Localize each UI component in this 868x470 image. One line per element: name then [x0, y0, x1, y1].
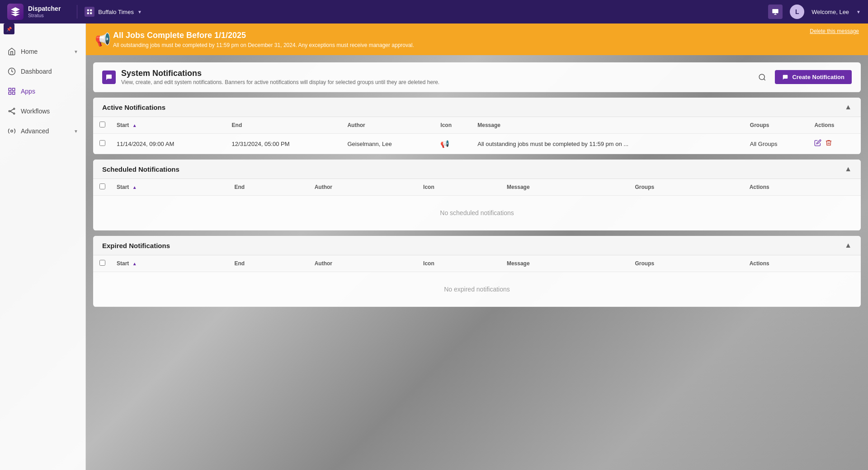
notifications-icon-btn[interactable]	[768, 5, 783, 19]
delete-message-link[interactable]: Delete this message	[810, 28, 859, 34]
active-select-all-col	[93, 117, 111, 134]
scheduled-empty-text: No scheduled notifications	[93, 196, 861, 230]
svg-line-17	[764, 79, 765, 80]
active-author-col: Author	[342, 117, 435, 134]
sidebar-pin-icon: 📌	[4, 24, 14, 34]
exp-start-col[interactable]: Start ▲	[111, 255, 229, 272]
start-sort-icon: ▲	[132, 123, 137, 128]
row-message: All outstanding jobs must be completed b…	[472, 134, 745, 154]
svg-point-12	[14, 113, 15, 114]
expired-section-title: Expired Notifications	[102, 242, 170, 249]
org-selector[interactable]: Buffalo Times ▼	[85, 7, 142, 17]
panel-chat-icon	[102, 70, 116, 84]
exp-message-col: Message	[501, 255, 630, 272]
svg-rect-4	[773, 9, 778, 13]
svg-line-13	[10, 109, 14, 112]
notification-banner: 📢 All Jobs Complete Before 1/1/2025 All …	[86, 24, 868, 55]
sidebar-item-label: Workflows	[21, 108, 50, 115]
sched-actions-col: Actions	[744, 179, 861, 196]
sched-end-col: End	[229, 179, 309, 196]
create-notif-label: Create Notification	[792, 74, 844, 80]
exp-actions-col: Actions	[744, 255, 861, 272]
exp-end-col: End	[229, 255, 309, 272]
active-table-header: Start ▲ End Author Icon Message Groups A…	[93, 117, 861, 134]
exp-author-col: Author	[309, 255, 418, 272]
expired-table-body: No expired notifications	[93, 272, 861, 307]
svg-point-11	[14, 108, 15, 109]
advanced-icon	[7, 127, 16, 136]
active-collapse-icon[interactable]: ▲	[844, 103, 852, 111]
sidebar-item-advanced[interactable]: Advanced ▼	[0, 121, 85, 141]
svg-point-10	[9, 111, 10, 112]
scheduled-section-header: Scheduled Notifications ▲	[93, 160, 861, 179]
expired-collapse-icon[interactable]: ▲	[844, 241, 852, 249]
panel-title-text: System Notifications View, create, and e…	[121, 69, 439, 85]
sidebar-item-home[interactable]: Home ▼	[0, 42, 85, 61]
scheduled-table-header: Start ▲ End Author Icon Message Groups A…	[93, 179, 861, 196]
sidebar-item-dashboard[interactable]: Dashboard	[0, 61, 85, 81]
navbar-divider	[77, 5, 77, 19]
brand-sub: Stratus	[28, 13, 61, 19]
sched-icon-col: Icon	[418, 179, 501, 196]
active-notifications-table: Start ▲ End Author Icon Message Groups A…	[93, 117, 861, 154]
sidebar-item-label: Home	[21, 48, 38, 55]
exp-groups-col: Groups	[630, 255, 744, 272]
row-icon: 📢	[435, 134, 472, 154]
brand-name: Dispatcher	[28, 5, 61, 13]
row-groups: All Groups	[745, 134, 809, 154]
sidebar-item-label: Advanced	[21, 127, 49, 135]
panel-actions: Create Notification	[755, 70, 852, 85]
svg-point-15	[11, 130, 13, 132]
row-checkbox[interactable]	[99, 140, 105, 146]
home-icon	[7, 47, 16, 56]
workflows-icon	[7, 107, 16, 116]
sidebar-item-label: Apps	[21, 88, 35, 95]
svg-rect-7	[13, 88, 15, 90]
scheduled-collapse-icon[interactable]: ▲	[844, 165, 852, 173]
main-content: 📢 All Jobs Complete Before 1/1/2025 All …	[86, 24, 868, 470]
banner-description: All outstanding jobs must be completed b…	[113, 42, 859, 48]
scheduled-select-all-checkbox[interactable]	[99, 183, 105, 189]
table-row: 11/14/2024, 09:00 AM 12/31/2024, 05:00 P…	[93, 134, 861, 154]
delete-button[interactable]	[825, 139, 832, 148]
active-groups-col: Groups	[745, 117, 809, 134]
panel-title: System Notifications	[121, 69, 439, 78]
exp-select-all-col	[93, 255, 111, 272]
svg-rect-3	[90, 12, 92, 14]
edit-button[interactable]	[814, 139, 821, 148]
sched-start-col[interactable]: Start ▲	[111, 179, 229, 196]
apps-icon	[7, 87, 16, 96]
active-icon-col: Icon	[435, 117, 472, 134]
org-chevron: ▼	[137, 9, 142, 14]
row-checkbox-cell	[93, 134, 111, 154]
avatar: L	[790, 5, 804, 19]
active-end-col: End	[226, 117, 342, 134]
search-button[interactable]	[755, 70, 769, 85]
brand-logo-area: Dispatcher Stratus	[7, 4, 61, 20]
banner-megaphone-icon: 📢	[95, 32, 111, 47]
panel-desc: View, create, and edit system notificati…	[121, 79, 439, 85]
sidebar-item-workflows[interactable]: Workflows	[0, 101, 85, 121]
sidebar-item-apps[interactable]: Apps	[0, 81, 85, 101]
active-start-col[interactable]: Start ▲	[111, 117, 226, 134]
create-notification-button[interactable]: Create Notification	[775, 70, 852, 84]
user-menu-chevron[interactable]: ▼	[856, 9, 861, 14]
banner-title: All Jobs Complete Before 1/1/2025	[113, 31, 859, 40]
advanced-chevron: ▼	[74, 129, 78, 134]
welcome-text: Welcome, Lee	[811, 9, 849, 15]
active-select-all-checkbox[interactable]	[99, 122, 105, 127]
expired-select-all-checkbox[interactable]	[99, 260, 105, 266]
exp-start-sort-icon: ▲	[132, 261, 137, 266]
scheduled-notifications-section: Scheduled Notifications ▲ Start ▲ End Au…	[93, 160, 861, 230]
expired-table-header: Start ▲ End Author Icon Message Groups A…	[93, 255, 861, 272]
row-actions	[809, 134, 861, 154]
svg-point-16	[760, 74, 765, 80]
svg-rect-9	[13, 92, 15, 94]
svg-line-14	[10, 111, 14, 113]
expired-empty-text: No expired notifications	[93, 272, 861, 307]
active-table-body: 11/14/2024, 09:00 AM 12/31/2024, 05:00 P…	[93, 134, 861, 154]
active-section-title: Active Notifications	[102, 103, 165, 111]
svg-rect-1	[90, 9, 92, 11]
sched-groups-col: Groups	[630, 179, 744, 196]
active-message-col: Message	[472, 117, 745, 134]
